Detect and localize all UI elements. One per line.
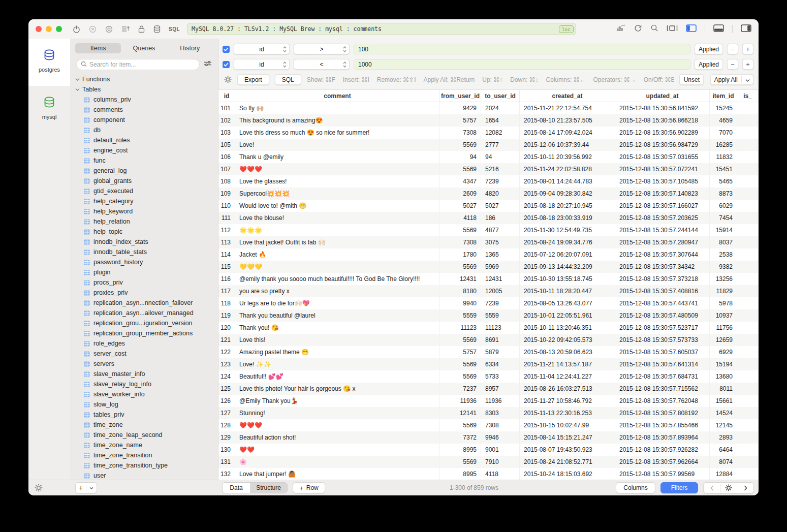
- table-row[interactable]: 118Ur legs are to die for🙌🏻💖994072392015…: [218, 297, 759, 309]
- cell-from_user_id[interactable]: 4347: [440, 175, 481, 187]
- cell-created_at[interactable]: 2015-11-30 12:54:49.735: [520, 224, 615, 236]
- table-row[interactable]: 117you are so pretty x8180120052015-10-1…: [218, 285, 759, 297]
- cell-from_user_id[interactable]: 11123: [440, 322, 481, 334]
- grid-settings-gear-icon[interactable]: [720, 484, 737, 491]
- cell-from_user_id[interactable]: 5569: [440, 419, 481, 431]
- filter-gear-icon[interactable]: [224, 76, 232, 83]
- cell-id[interactable]: 112: [218, 224, 235, 236]
- filter-operator-select[interactable]: <: [294, 59, 350, 70]
- table-item-replication_asyn...nnection_failover[interactable]: replication_asyn...nnection_failover: [70, 298, 218, 308]
- table-item-columns_priv[interactable]: columns_priv: [70, 95, 218, 105]
- cell-is_[interactable]: [737, 200, 759, 212]
- cell-to_user_id[interactable]: 4118: [481, 468, 520, 480]
- cell-comment[interactable]: Ur legs are to die for🙌🏻💖: [235, 297, 440, 309]
- cell-from_user_id[interactable]: 11936: [440, 395, 481, 407]
- cell-comment[interactable]: Love that jumper! 🙆🏽: [235, 468, 440, 480]
- connection-power-icon[interactable]: [72, 25, 81, 34]
- cell-created_at[interactable]: 2015-10-01 22:05:51.961: [520, 309, 615, 322]
- cell-from_user_id[interactable]: 5569: [440, 261, 481, 273]
- cell-to_user_id[interactable]: 2024: [481, 102, 520, 114]
- cell-updated_at[interactable]: 2015-12-08 15:30:57.373218: [615, 273, 710, 285]
- cell-from_user_id[interactable]: 8995: [440, 468, 481, 480]
- remove-filter-button[interactable]: −: [727, 44, 738, 54]
- table-row[interactable]: 123Love! ✨✨556963342015-11-21 14:13:57.1…: [218, 358, 759, 370]
- cell-comment[interactable]: Stunning!: [235, 407, 440, 419]
- cell-from_user_id[interactable]: 7308: [440, 127, 481, 139]
- cell-is_[interactable]: [737, 127, 759, 139]
- lock-icon[interactable]: [138, 25, 145, 34]
- cell-to_user_id[interactable]: 5027: [481, 200, 520, 212]
- cell-to_user_id[interactable]: 5733: [481, 370, 520, 383]
- table-row[interactable]: 102This background is amazing😍5757165420…: [218, 114, 759, 127]
- cell-comment[interactable]: Love this dress so much 😍 so nice for su…: [235, 127, 440, 139]
- cell-id[interactable]: 117: [218, 285, 235, 297]
- connection-postgres[interactable]: postgres: [28, 43, 70, 78]
- cell-item_id[interactable]: 8011: [710, 383, 737, 395]
- reorder-rows-icon[interactable]: [121, 25, 130, 33]
- cell-id[interactable]: 102: [218, 114, 235, 127]
- search-input[interactable]: [89, 61, 195, 68]
- cell-is_[interactable]: [737, 285, 759, 297]
- table-item-general_log[interactable]: general_log: [70, 166, 218, 176]
- cell-id[interactable]: 110: [218, 200, 235, 212]
- add-row-button[interactable]: + Row: [293, 482, 325, 493]
- cell-is_[interactable]: [737, 273, 759, 285]
- cell-updated_at[interactable]: 2015-12-08 15:30:57.031655: [615, 151, 710, 163]
- table-row[interactable]: 122Amazing pastel theme 😁575758792015-08…: [218, 346, 759, 358]
- column-header-from_user_id[interactable]: from_user_id: [440, 90, 481, 102]
- tab-data[interactable]: Data: [223, 483, 250, 493]
- cell-updated_at[interactable]: 2015-12-08 15:30:57.605037: [615, 346, 710, 358]
- cell-created_at[interactable]: 2015-08-01 14:24:44.783: [520, 175, 615, 187]
- cell-comment[interactable]: Amazing pastel theme 😁: [235, 346, 440, 358]
- cell-from_user_id[interactable]: 9429: [440, 102, 481, 114]
- add-filter-button[interactable]: +: [742, 59, 753, 70]
- cell-comment[interactable]: Love that jacket! Outfit is fab 🙌🏻: [235, 236, 440, 248]
- cell-comment[interactable]: Thank you beautiful @laurel: [235, 309, 440, 322]
- eye-icon[interactable]: [105, 25, 113, 34]
- cell-from_user_id[interactable]: 5757: [440, 114, 481, 127]
- filter-checkbox[interactable]: [223, 46, 230, 53]
- zoom-window-button[interactable]: [56, 26, 62, 32]
- cell-is_[interactable]: [737, 261, 759, 273]
- cell-from_user_id[interactable]: 5027: [440, 200, 481, 212]
- cell-comment[interactable]: Beautiful!! 💕💕: [235, 370, 440, 383]
- cell-to_user_id[interactable]: 1365: [481, 248, 520, 261]
- cell-to_user_id[interactable]: 5559: [481, 309, 520, 322]
- cell-comment[interactable]: Thank you! 😘: [235, 322, 440, 334]
- cell-from_user_id[interactable]: 8180: [440, 285, 481, 297]
- cell-item_id[interactable]: 15451: [710, 163, 737, 175]
- tree-section-functions[interactable]: Functions: [70, 74, 218, 84]
- cell-id[interactable]: 107: [218, 163, 235, 175]
- cell-to_user_id[interactable]: 8957: [481, 383, 520, 395]
- table-item-password_history[interactable]: password_history: [70, 257, 218, 267]
- cell-id[interactable]: 121: [218, 334, 235, 346]
- cell-is_[interactable]: [737, 431, 759, 444]
- table-item-engine_cost[interactable]: engine_cost: [70, 145, 218, 155]
- cell-id[interactable]: 101: [218, 102, 235, 114]
- cell-from_user_id[interactable]: 7308: [440, 236, 481, 248]
- toggle-right-panel-icon[interactable]: [741, 24, 751, 34]
- cell-comment[interactable]: Supercool💥💥💥: [235, 187, 440, 200]
- cell-comment[interactable]: ❤️❤️: [235, 444, 440, 456]
- table-item-time_zone_transition[interactable]: time_zone_transition: [70, 450, 218, 460]
- cell-item_id[interactable]: 10937: [710, 309, 737, 322]
- cell-id[interactable]: 115: [218, 261, 235, 273]
- cell-to_user_id[interactable]: 5216: [481, 163, 520, 175]
- cell-comment[interactable]: So fly 🙌🏼: [235, 102, 440, 114]
- filter-applied-button[interactable]: Applied: [695, 44, 723, 54]
- cell-item_id[interactable]: 15914: [710, 224, 737, 236]
- cell-comment[interactable]: This background is amazing😍: [235, 114, 440, 127]
- cell-updated_at[interactable]: 2015-12-08 15:30:57.641314: [615, 358, 710, 370]
- cell-to_user_id[interactable]: 12005: [481, 285, 520, 297]
- table-item-slave_relay_log_info[interactable]: slave_relay_log_info: [70, 379, 218, 389]
- cell-comment[interactable]: ❤️❤️❤️: [235, 419, 440, 431]
- table-row[interactable]: 129Beautiful action shot!737299462015-08…: [218, 431, 759, 444]
- table-item-server_cost[interactable]: server_cost: [70, 349, 218, 359]
- cell-item_id[interactable]: 14524: [710, 407, 737, 419]
- cell-to_user_id[interactable]: 3075: [481, 236, 520, 248]
- cell-is_[interactable]: [737, 163, 759, 175]
- table-item-replication_group_member_actions[interactable]: replication_group_member_actions: [70, 328, 218, 338]
- cell-created_at[interactable]: 2015-08-14 15:15:21.247: [520, 431, 615, 444]
- cell-to_user_id[interactable]: 186: [481, 212, 520, 224]
- table-row[interactable]: 119Thank you beautiful @laurel5559555920…: [218, 309, 759, 322]
